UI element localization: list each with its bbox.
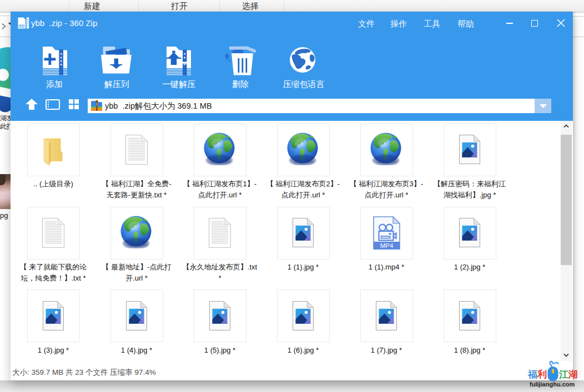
svg-text:MP4: MP4 xyxy=(380,242,393,249)
